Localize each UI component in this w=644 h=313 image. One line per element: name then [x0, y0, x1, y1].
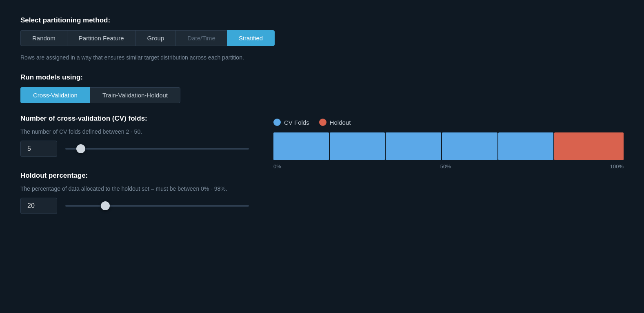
tab-stratified[interactable]: Stratified: [227, 30, 275, 46]
bar-label-end: 100%: [610, 163, 624, 170]
partition-description: Rows are assigned in a way that ensures …: [20, 53, 624, 62]
holdout-slider-row: 20: [20, 198, 249, 214]
tab-cross-validation[interactable]: Cross-Validation: [20, 87, 90, 103]
holdout-slider-container: [65, 205, 249, 207]
legend-holdout: Holdout: [319, 119, 351, 126]
holdout-slider[interactable]: [65, 205, 249, 207]
bar-holdout: [554, 132, 624, 160]
tab-random[interactable]: Random: [20, 30, 67, 46]
partition-tab-group: Random Partition Feature Group Date/Time…: [20, 30, 624, 46]
bar-fold-3: [386, 132, 441, 160]
cv-folds-legend-label: CV Folds: [284, 119, 309, 126]
bar-fold-1: [273, 132, 329, 160]
tab-tvh[interactable]: Train-Validation-Holdout: [90, 87, 180, 103]
cv-folds-description: The number of CV folds defined between 2…: [20, 128, 249, 135]
holdout-label: Holdout percentage:: [20, 172, 249, 180]
cv-folds-slider-container: [65, 148, 249, 150]
cv-folds-slider-row: 5: [20, 141, 249, 157]
run-models-section: Run models using: Cross-Validation Train…: [20, 73, 624, 103]
legend-cv-folds: CV Folds: [273, 119, 309, 126]
partition-method-label: Select partitioning method:: [20, 16, 624, 24]
run-models-label: Run models using:: [20, 73, 624, 82]
bar-label-start: 0%: [273, 163, 281, 170]
partition-method-section: Select partitioning method: Random Parti…: [20, 16, 624, 62]
cv-folds-slider[interactable]: [65, 148, 249, 150]
right-panel: CV Folds Holdout 0% 50% 100%: [273, 115, 624, 170]
cv-folds-section: Number of cross-validation (CV) folds: T…: [20, 115, 249, 157]
bar-labels: 0% 50% 100%: [273, 163, 624, 170]
holdout-legend-label: Holdout: [330, 119, 351, 126]
bar-fold-2: [330, 132, 385, 160]
bar-label-middle: 50%: [440, 163, 451, 170]
bar-fold-5: [498, 132, 554, 160]
tab-group[interactable]: Group: [135, 30, 176, 46]
cv-folds-dot: [273, 119, 281, 126]
left-panel: Number of cross-validation (CV) folds: T…: [20, 115, 249, 214]
bar-fold-4: [442, 132, 497, 160]
holdout-description: The percentage of data allocated to the …: [20, 185, 249, 192]
tab-datetime: Date/Time: [175, 30, 227, 46]
cv-folds-label: Number of cross-validation (CV) folds:: [20, 115, 249, 123]
tab-partition-feature[interactable]: Partition Feature: [67, 30, 135, 46]
cv-folds-value: 5: [20, 141, 57, 157]
run-models-tab-group: Cross-Validation Train-Validation-Holdou…: [20, 87, 624, 103]
holdout-value: 20: [20, 198, 57, 214]
holdout-dot: [319, 119, 326, 126]
partition-bar-chart: [273, 132, 624, 160]
main-content: Number of cross-validation (CV) folds: T…: [20, 115, 624, 214]
chart-legend: CV Folds Holdout: [273, 119, 624, 126]
holdout-section: Holdout percentage: The percentage of da…: [20, 172, 249, 214]
